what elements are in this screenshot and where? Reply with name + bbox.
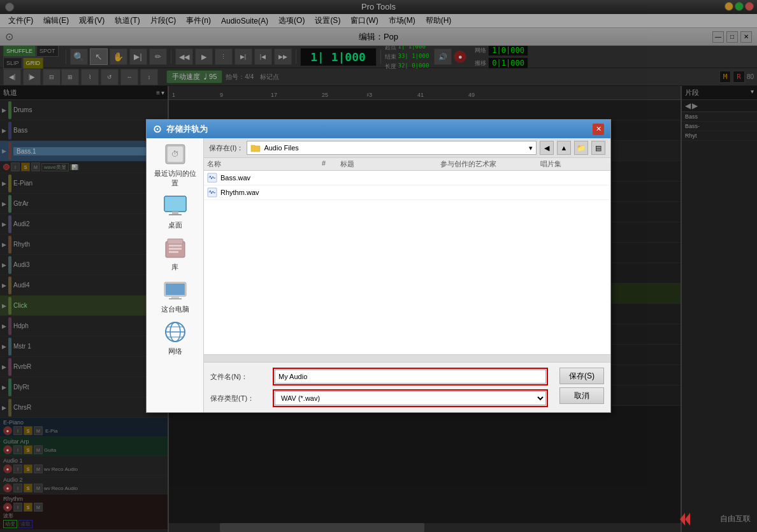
file-name-rhythm-wav: Rhythm.wav xyxy=(220,189,259,196)
sidebar-library-item[interactable]: 库 xyxy=(153,235,198,272)
file-list-header: 名称 # 标题 参与创作的艺术家 唱片集 xyxy=(204,158,610,171)
file-name-bass-wav: Bass.wav xyxy=(220,174,250,182)
browser-toolbar: 保存在(I)： Audio Files ▾ ◀ ▲ 📁 ▤ xyxy=(204,138,610,158)
wav-file-icon-bass xyxy=(207,173,217,183)
svg-marker-23 xyxy=(680,513,685,526)
file-browser-main: 保存在(I)： Audio Files ▾ ◀ ▲ 📁 ▤ xyxy=(204,138,610,412)
modal-overlay: ⊙ 存储并轨为 ✕ ⏱ 最近访问的位置 xyxy=(0,0,757,532)
dialog-body: ⏱ 最近访问的位置 桌面 xyxy=(147,138,610,412)
desktop-label: 桌面 xyxy=(168,220,182,230)
dialog-title-bar: ⊙ 存储并轨为 ✕ xyxy=(147,120,610,138)
filetype-select[interactable]: WAV (*.wav) AIFF (*.aif) MP3 (*.mp3) xyxy=(275,391,546,405)
browser-back-button[interactable]: ◀ xyxy=(540,141,554,155)
dialog-close-button[interactable]: ✕ xyxy=(593,124,604,135)
file-item-bass-wav[interactable]: Bass.wav xyxy=(204,171,610,185)
dialog-title-label: 存储并轨为 xyxy=(166,124,208,135)
svg-rect-13 xyxy=(166,284,185,295)
recent-icon: ⏱ xyxy=(162,141,188,167)
computer-icon xyxy=(162,277,188,303)
filename-input-wrap xyxy=(273,368,548,385)
col-album-header: 唱片集 xyxy=(540,159,607,169)
network-label: 网络 xyxy=(168,347,182,356)
recent-label: 最近访问的位置 xyxy=(153,169,198,188)
filename-input[interactable] xyxy=(275,370,546,384)
col-artist-header: 参与创作的艺术家 xyxy=(440,159,540,169)
browser-up-button[interactable]: ▲ xyxy=(557,141,571,155)
sidebar-computer-item[interactable]: 这台电脑 xyxy=(153,277,198,314)
svg-rect-11 xyxy=(169,251,178,253)
location-dropdown[interactable]: Audio Files ▾ xyxy=(247,141,537,155)
sidebar-network-item[interactable]: 网络 xyxy=(153,319,198,356)
sidebar-desktop-item[interactable]: 桌面 xyxy=(153,193,198,230)
dropdown-arrow-icon: ▾ xyxy=(529,144,533,152)
wav-file-icon-rhythm xyxy=(207,187,217,198)
col-title-header: 标题 xyxy=(340,159,440,169)
filename-section: 文件名(N)： 保存类型(T)： WAV (*.wav) xyxy=(210,368,548,407)
watermark-text: 自由互联 xyxy=(720,514,751,523)
svg-rect-6 xyxy=(169,214,182,215)
network-icon xyxy=(162,319,188,345)
cancel-button[interactable]: 取消 xyxy=(559,387,604,404)
computer-label: 这台电脑 xyxy=(161,305,189,314)
folder-small-icon xyxy=(250,143,261,153)
svg-rect-15 xyxy=(169,298,182,299)
browser-view-toggle-button[interactable]: ▤ xyxy=(591,141,605,155)
library-label: 库 xyxy=(171,262,178,272)
svg-text:⏱: ⏱ xyxy=(171,150,179,159)
file-item-rhythm-wav[interactable]: Rhythm.wav xyxy=(204,185,610,200)
location-value: Audio Files xyxy=(264,144,298,152)
col-name-header: 名称 xyxy=(207,159,307,169)
filetype-select-wrap: WAV (*.wav) AIFF (*.aif) MP3 (*.mp3) xyxy=(273,389,548,407)
svg-rect-4 xyxy=(164,196,186,212)
svg-marker-24 xyxy=(685,513,690,526)
dialog-pro-tools-icon: ⊙ xyxy=(153,123,161,135)
desktop-icon xyxy=(162,193,188,219)
col-number-header: # xyxy=(307,159,340,169)
watermark: 自由互联 xyxy=(680,513,751,526)
svg-rect-9 xyxy=(169,245,182,247)
filetype-row: 保存类型(T)： WAV (*.wav) AIFF (*.aif) MP3 (*… xyxy=(210,389,548,407)
watermark-icon xyxy=(680,513,718,526)
svg-rect-8 xyxy=(168,239,183,244)
file-list-scrollbar[interactable] xyxy=(204,354,610,362)
filetype-label: 保存类型(T)： xyxy=(210,394,268,403)
dialog-action-buttons: 保存(S) 取消 xyxy=(559,368,604,404)
filename-label: 文件名(N)： xyxy=(210,372,268,382)
save-in-label: 保存在(I)： xyxy=(209,143,243,153)
dialog-bottom: 文件名(N)： 保存类型(T)： WAV (*.wav) xyxy=(204,362,610,412)
browser-sidebar: ⏱ 最近访问的位置 桌面 xyxy=(147,138,204,412)
library-icon xyxy=(162,235,188,261)
browser-new-folder-button[interactable]: 📁 xyxy=(574,141,588,155)
file-list: Bass.wav Rhythm.wav xyxy=(204,171,610,354)
svg-rect-10 xyxy=(169,248,182,250)
save-button[interactable]: 保存(S) xyxy=(559,368,604,384)
save-dialog: ⊙ 存储并轨为 ✕ ⏱ 最近访问的位置 xyxy=(146,119,611,413)
sidebar-recent-item[interactable]: ⏱ 最近访问的位置 xyxy=(153,141,198,188)
filename-row: 文件名(N)： xyxy=(210,368,548,385)
